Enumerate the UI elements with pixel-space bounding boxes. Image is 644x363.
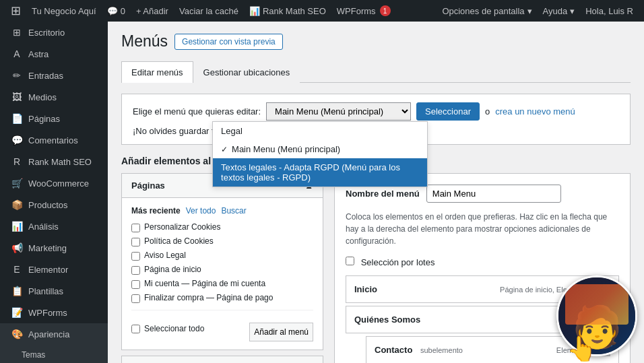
- astra-icon: A: [11, 48, 23, 59]
- admin-bar-right: Opciones de pantalla ▾ Ayuda ▾ Hola, Lui…: [437, 6, 639, 16]
- sidebar-item-elementor[interactable]: E Elementor: [0, 259, 108, 280]
- sidebar-item-label: Análisis: [28, 222, 59, 232]
- select-batch-row: Selección por lotes: [346, 257, 619, 267]
- checkmark-icon: ✓: [221, 145, 228, 154]
- help-button[interactable]: Ayuda ▾: [538, 6, 581, 16]
- wpforms-label: WPForms: [337, 6, 376, 16]
- dropdown-item-textos-legales[interactable]: Textos legales - Adapta RGPD (Menú para …: [213, 158, 427, 187]
- admin-bar-add-new[interactable]: + Añadir: [131, 0, 174, 22]
- sidebar-item-label: Entradas: [28, 71, 63, 81]
- clear-cache-label: Vaciar la caché: [179, 6, 238, 16]
- page-label: Mi cuenta — Página de mi cuenta: [144, 279, 265, 288]
- checkbox-mi-cuenta[interactable]: [131, 280, 140, 289]
- woocommerce-icon: 🛒: [11, 178, 23, 189]
- menu-selector-label: Elige el menú que quieras editar:: [133, 106, 261, 117]
- admin-bar-site-label: Tu Negocio Aquí: [32, 6, 96, 16]
- checkbox-politica-cookies[interactable]: [131, 238, 140, 246]
- menu-item-title: Contacto subelemento: [375, 345, 551, 355]
- dropdown-item-label: Textos legales - Adapta RGPD (Menú para …: [221, 162, 419, 183]
- accordion-paginas: Páginas ▲ Más reciente Ver todo Buscar: [121, 173, 323, 350]
- new-menu-link[interactable]: crea un nuevo menú: [495, 106, 575, 117]
- admin-bar-site[interactable]: Tu Negocio Aquí: [26, 0, 102, 22]
- comments-icon: 💬: [107, 6, 118, 16]
- display-options-button[interactable]: Opciones de pantalla ▾: [437, 6, 537, 16]
- admin-bar-wpforms[interactable]: WPForms 1: [331, 0, 396, 22]
- apariencia-icon: 🎨: [11, 329, 23, 339]
- tab-editar-menus[interactable]: Editar menús: [121, 61, 193, 83]
- sidebar-item-plantillas[interactable]: 📋 Plantillas: [0, 280, 108, 302]
- accordion-entradas-header[interactable]: Entradas ▾: [122, 356, 323, 363]
- sidebar-item-productos[interactable]: 📦 Productos: [0, 194, 108, 216]
- sidebar-item-escritorio[interactable]: ⊞ Escritorio: [0, 22, 108, 43]
- sidebar: ⊞ Escritorio A Astra ✏ Entradas 🖼 Medios…: [0, 22, 108, 363]
- pages-tab-buscar[interactable]: Buscar: [221, 206, 246, 216]
- dropdown-item-legal[interactable]: Legal: [213, 122, 427, 140]
- menu-select-input[interactable]: Legal Main Menu (Menú principal) Textos …: [266, 102, 411, 121]
- admin-bar-clear-cache[interactable]: Vaciar la caché: [174, 0, 244, 22]
- select-all-checkbox[interactable]: [131, 325, 140, 333]
- checkbox-pagina-inicio[interactable]: [131, 266, 140, 275]
- pages-tabs: Más reciente Ver todo Buscar: [131, 206, 313, 216]
- sidebar-item-apariencia[interactable]: 🎨 Apariencia: [0, 323, 108, 345]
- entradas-icon: ✏: [11, 70, 23, 81]
- sidebar-item-rank-math[interactable]: R Rank Math SEO: [0, 151, 108, 172]
- menu-description: Coloca los elementos en el orden que pre…: [346, 211, 619, 247]
- dropdown-item-main-menu[interactable]: ✓ Main Menu (Menú principal): [213, 140, 427, 158]
- select-all-row: Seleccionar todo Añadir al menú: [131, 310, 313, 341]
- or-text: o: [485, 106, 490, 117]
- plantillas-icon: 📋: [11, 286, 23, 296]
- sidebar-item-paginas[interactable]: 📄 Páginas: [0, 108, 108, 129]
- layout: ⊞ Escritorio A Astra ✏ Entradas 🖼 Medios…: [0, 0, 644, 363]
- checkbox-personalizar-cookies[interactable]: [131, 224, 140, 232]
- sidebar-item-label: Plantillas: [28, 286, 63, 296]
- productos-icon: 📦: [11, 199, 23, 210]
- admin-bar-rank-math[interactable]: 📊 Rank Math SEO: [244, 0, 331, 22]
- page-title-row: Menús Gestionar con vista previa: [121, 32, 631, 51]
- sidebar-item-astra[interactable]: A Astra: [0, 43, 108, 65]
- menu-item-subtitle: subelemento: [420, 346, 463, 354]
- page-item-politica-cookies: Política de Cookies: [131, 236, 313, 246]
- submenu-temas[interactable]: Temas: [0, 345, 108, 363]
- admin-bar-comments[interactable]: 💬 0: [102, 0, 131, 22]
- sidebar-item-label: Productos: [28, 200, 68, 210]
- comments-count: 0: [121, 6, 125, 16]
- webcam-bg-decoration: [565, 284, 629, 325]
- select-menu-button[interactable]: Seleccionar: [416, 102, 480, 121]
- hand-pointing-icon: 👆: [567, 335, 597, 363]
- pages-checkbox-list: Personalizar Cookies Política de Cookies…: [131, 222, 313, 303]
- admin-bar-user[interactable]: Hola, Luis R: [580, 6, 639, 16]
- select-batch-checkbox[interactable]: [346, 257, 354, 265]
- wpforms-sidebar-icon: 📝: [11, 307, 23, 318]
- admin-bar-hola: Hola, Luis R: [585, 6, 633, 16]
- page-label: Política de Cookies: [144, 236, 214, 246]
- rank-math-label: Rank Math SEO: [263, 6, 326, 16]
- sidebar-item-entradas[interactable]: ✏ Entradas: [0, 65, 108, 86]
- sidebar-item-label: Elementor: [28, 265, 68, 275]
- add-to-menu-button[interactable]: Añadir al menú: [249, 323, 313, 341]
- checkbox-aviso-legal[interactable]: [131, 252, 140, 261]
- sidebar-item-comentarios[interactable]: 💬 Comentarios: [0, 129, 108, 151]
- sidebar-item-label: Medios: [28, 92, 57, 102]
- pages-tab-ver-todo[interactable]: Ver todo: [186, 206, 216, 216]
- dropdown-item-label: Main Menu (Menú principal): [232, 144, 340, 154]
- page-item-aviso-legal: Aviso Legal: [131, 251, 313, 261]
- page-label: Aviso Legal: [144, 251, 186, 260]
- sidebar-item-marketing[interactable]: 📢 Marketing: [0, 237, 108, 259]
- apariencia-submenu: Temas Personalizar Widgets Menús Plantil…: [0, 345, 108, 363]
- menu-tabs: Editar menús Gestionar ubicaciones: [121, 61, 631, 83]
- menu-name-label: Nombre del menú: [346, 189, 420, 199]
- admin-bar-logo[interactable]: ⊞: [5, 0, 26, 22]
- pages-tab-reciente[interactable]: Más reciente: [131, 206, 181, 216]
- preview-button[interactable]: Gestionar con vista previa: [174, 34, 283, 50]
- checkbox-finalizar-compra[interactable]: [131, 294, 140, 303]
- menu-name-input[interactable]: [426, 185, 561, 203]
- sidebar-item-wpforms[interactable]: 📝 WPForms: [0, 302, 108, 323]
- sidebar-item-label: Páginas: [28, 114, 60, 124]
- sidebar-item-analisis[interactable]: 📊 Análisis: [0, 216, 108, 237]
- sidebar-item-woocommerce[interactable]: 🛒 WooCommerce: [0, 172, 108, 194]
- medios-icon: 🖼: [11, 92, 23, 102]
- tab-gestionar-ubicaciones[interactable]: Gestionar ubicaciones: [193, 61, 300, 83]
- sidebar-item-medios[interactable]: 🖼 Medios: [0, 86, 108, 108]
- page-label: Página de inicio: [144, 265, 201, 274]
- select-batch-label: Selección por lotes: [361, 257, 435, 267]
